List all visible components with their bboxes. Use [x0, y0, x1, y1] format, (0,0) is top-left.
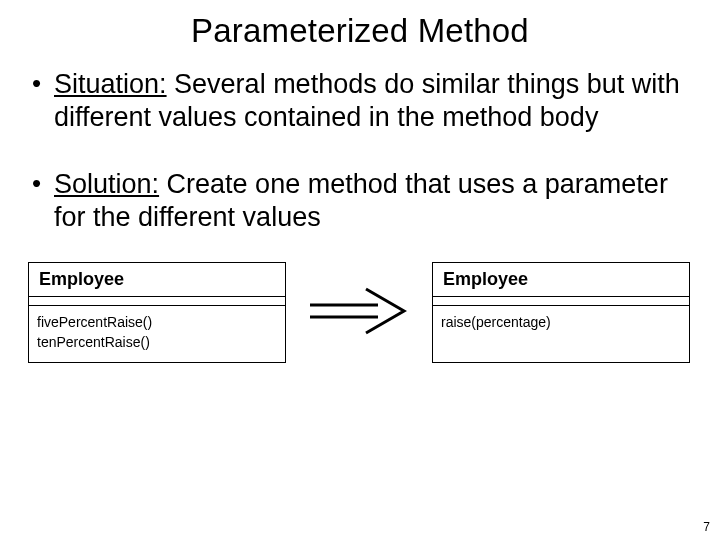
uml-methods: fivePercentRaise() tenPercentRaise(): [29, 306, 285, 363]
slide-title: Parameterized Method: [28, 12, 692, 50]
uml-method: fivePercentRaise(): [37, 312, 277, 332]
uml-class-name: Employee: [433, 263, 689, 297]
slide: Parameterized Method Situation: Several …: [0, 0, 720, 540]
arrow-icon: [304, 285, 414, 341]
uml-attributes-empty: [433, 297, 689, 306]
uml-method: tenPercentRaise(): [37, 332, 277, 352]
uml-attributes-empty: [29, 297, 285, 306]
uml-method: raise(percentage): [441, 312, 681, 332]
bullet-solution: Solution: Create one method that uses a …: [28, 168, 692, 234]
page-number: 7: [703, 520, 710, 534]
diagram-row: Employee fivePercentRaise() tenPercentRa…: [28, 262, 692, 364]
bullet-label: Situation:: [54, 69, 167, 99]
bullet-label: Solution:: [54, 169, 159, 199]
uml-box-after: Employee raise(percentage): [432, 262, 690, 363]
uml-methods: raise(percentage): [433, 306, 689, 362]
bullet-list: Situation: Several methods do similar th…: [28, 68, 692, 234]
uml-class-name: Employee: [29, 263, 285, 297]
bullet-situation: Situation: Several methods do similar th…: [28, 68, 692, 134]
uml-box-before: Employee fivePercentRaise() tenPercentRa…: [28, 262, 286, 364]
